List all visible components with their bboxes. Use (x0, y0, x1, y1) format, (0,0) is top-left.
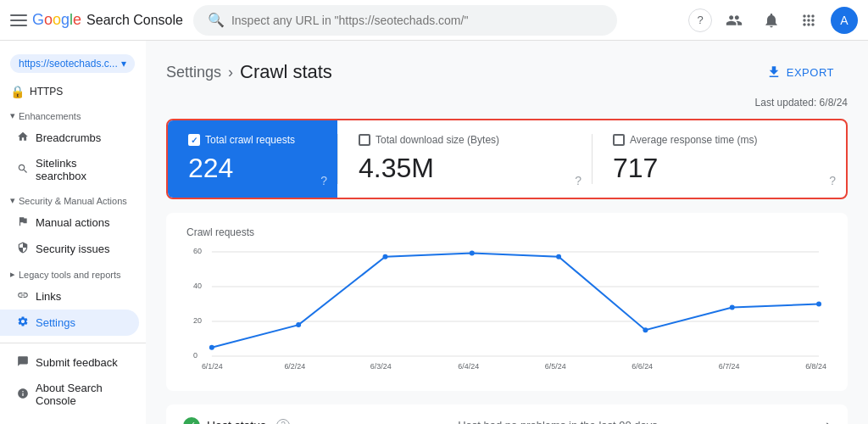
protocol-label: HTTPS (30, 86, 63, 98)
metric-response-label: Average response time (ms) (613, 134, 826, 146)
host-status-label: Host status (207, 419, 266, 425)
metric-download-label: Total download size (Bytes) (359, 134, 571, 146)
domain-label: https://seotechads.c... (19, 58, 118, 70)
about-icon (17, 388, 29, 402)
crawl-checkbox[interactable]: ✓ (188, 134, 200, 146)
sidebar-item-breadcrumbs[interactable]: Breadcrumbs (0, 125, 139, 151)
chevron-icon: ▾ (10, 110, 15, 121)
search-bar[interactable]: 🔍 (193, 5, 617, 36)
section-label: Enhancements (19, 111, 81, 121)
main-layout: https://seotechads.c... ▾ 🔒 HTTPS ▾ Enha… (0, 41, 868, 424)
lock-icon: 🔒 (10, 85, 25, 98)
host-help-icon[interactable]: ? (276, 419, 290, 425)
section-enhancements[interactable]: ▾ Enhancements (0, 103, 146, 125)
svg-point-15 (816, 302, 821, 307)
sidebar-item-settings[interactable]: Settings (0, 310, 139, 336)
crawl-help-icon[interactable]: ? (320, 174, 327, 187)
sidebar-item-links[interactable]: Links (0, 283, 139, 310)
section-security[interactable]: ▾ Security & Manual Actions (0, 188, 146, 209)
section-legacy[interactable]: ▸ Legacy tools and reports (0, 262, 146, 283)
response-value: 717 (613, 153, 826, 184)
content-area: Settings › Crawl stats EXPORT Last updat… (146, 41, 868, 424)
manual-actions-icon (17, 215, 29, 230)
grid-icon[interactable] (793, 5, 824, 36)
bell-icon[interactable] (756, 5, 787, 36)
svg-point-9 (296, 322, 301, 327)
breadcrumb: Settings › Crawl stats (166, 61, 332, 83)
breadcrumb-separator: › (228, 64, 233, 81)
links-icon (17, 289, 29, 304)
svg-text:6/5/24: 6/5/24 (545, 362, 566, 371)
help-icon[interactable]: ? (688, 8, 712, 32)
chart-title: Crawl requests (186, 226, 827, 238)
domain-pill[interactable]: https://seotechads.c... ▾ (10, 54, 135, 73)
sidebar-item-submit-feedback[interactable]: Submit feedback (0, 349, 139, 376)
metrics-card: ✓ Total crawl requests 224 ? Total downl… (166, 119, 848, 199)
section-legacy-label: Legacy tools and reports (19, 270, 120, 280)
sidebar-item-security-issues[interactable]: Security issues (0, 236, 139, 262)
export-button[interactable]: EXPORT (753, 58, 848, 86)
breadcrumb-parent: Settings (166, 64, 221, 81)
host-status-left: ✓ Host status ? (183, 417, 290, 425)
svg-text:6/8/24: 6/8/24 (805, 362, 826, 371)
avatar[interactable]: A (831, 7, 858, 34)
svg-point-11 (470, 251, 475, 256)
svg-text:6/1/24: 6/1/24 (202, 362, 223, 371)
svg-point-8 (209, 345, 214, 350)
svg-text:6/3/24: 6/3/24 (370, 362, 392, 371)
response-checkbox[interactable] (613, 134, 625, 146)
section-security-label: Security & Manual Actions (19, 196, 127, 206)
crawl-value: 224 (188, 153, 317, 184)
response-help-icon[interactable]: ? (829, 174, 836, 187)
protocol-badge: 🔒 HTTPS (0, 80, 146, 103)
host-status-check-icon: ✓ (183, 417, 200, 425)
about-label: About Search Console (36, 382, 129, 407)
google-logo: Google (32, 11, 81, 29)
search-input[interactable] (231, 14, 603, 27)
chart-area: 60 40 20 0 (186, 242, 827, 377)
chart-card: Crawl requests 60 40 20 0 (166, 213, 848, 391)
sitelinks-label: Sitelinks searchbox (36, 157, 129, 182)
host-chevron-icon: › (826, 416, 831, 424)
last-updated: Last updated: 6/8/24 (166, 97, 848, 109)
breadcrumb-current: Crawl stats (240, 61, 332, 83)
metric-response-time[interactable]: Average response time (ms) 717 ? (593, 120, 846, 198)
breadcrumbs-label: Breadcrumbs (36, 131, 101, 144)
chart-svg: 60 40 20 0 (186, 242, 827, 377)
topbar-logo: Google Search Console (10, 11, 183, 29)
metric-crawl-requests[interactable]: ✓ Total crawl requests 224 ? (168, 120, 337, 198)
download-value: 4.35M (359, 153, 571, 184)
chevron-icon2: ▾ (10, 195, 15, 206)
download-checkbox[interactable] (359, 134, 370, 146)
host-status-card[interactable]: ✓ Host status ? Host had no problems in … (166, 404, 848, 424)
sidebar-item-manual-actions[interactable]: Manual actions (0, 209, 139, 236)
sidebar: https://seotechads.c... ▾ 🔒 HTTPS ▾ Enha… (0, 41, 146, 424)
security-issues-icon (17, 242, 29, 256)
sidebar-item-sitelinks[interactable]: Sitelinks searchbox (0, 151, 139, 188)
breadcrumbs-icon (17, 131, 29, 145)
topbar-actions: ? A (688, 5, 858, 36)
domain-selector[interactable]: https://seotechads.c... ▾ (0, 47, 146, 80)
feedback-icon (17, 355, 29, 370)
svg-text:40: 40 (193, 282, 202, 290)
settings-icon (17, 315, 29, 330)
chevron-down-icon: ▾ (121, 58, 126, 70)
svg-text:60: 60 (193, 247, 202, 255)
svg-text:20: 20 (193, 316, 202, 325)
manual-actions-label: Manual actions (36, 216, 109, 229)
sitelinks-icon (17, 163, 29, 177)
sidebar-item-about[interactable]: About Search Console (0, 376, 139, 413)
links-label: Links (36, 290, 61, 303)
metric-crawl-label: ✓ Total crawl requests (188, 134, 317, 146)
svg-point-12 (556, 254, 561, 259)
download-help-icon[interactable]: ? (575, 174, 581, 187)
people-icon[interactable] (719, 5, 749, 36)
svg-point-13 (643, 327, 648, 332)
svg-point-14 (730, 305, 735, 310)
svg-point-10 (382, 254, 387, 259)
metric-download-size[interactable]: Total download size (Bytes) 4.35M ? (338, 120, 592, 198)
search-icon: 🔍 (208, 12, 225, 28)
app-name-label: Search Console (86, 13, 183, 28)
menu-button[interactable] (10, 12, 27, 29)
security-issues-label: Security issues (36, 243, 109, 255)
